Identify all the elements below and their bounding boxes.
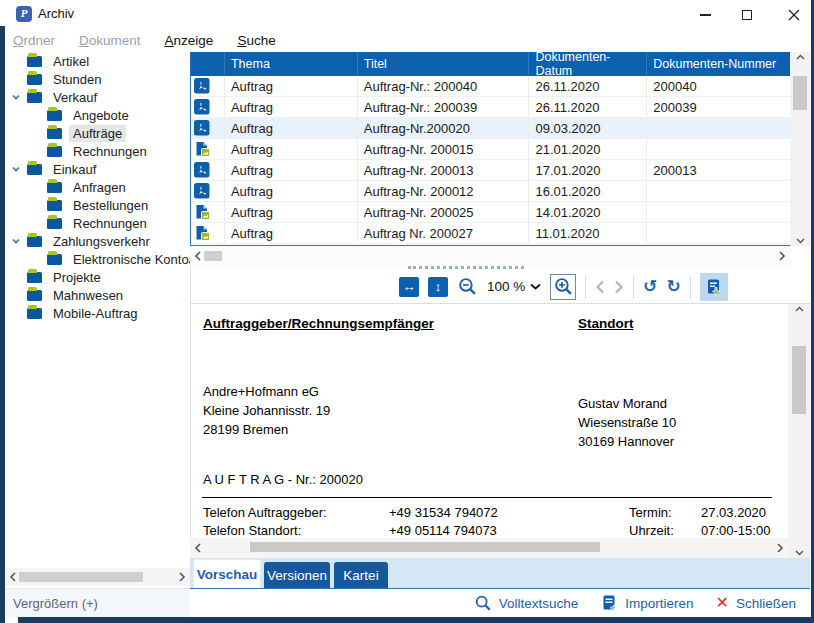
scroll-up-icon[interactable] <box>796 54 805 60</box>
scroll-right-icon[interactable] <box>774 248 790 264</box>
table-row[interactable]: Auftrag Auftrag-Nr. 200025 14.01.2020 <box>191 202 790 223</box>
chevron-down-icon[interactable] <box>5 92 27 102</box>
preview-vertical-scrollbar[interactable] <box>788 304 810 558</box>
table-header: Thema Titel Dokumenten-Datum Dokumenten-… <box>191 52 790 76</box>
folder-icon <box>27 308 42 319</box>
folder-icon <box>27 290 42 301</box>
minimize-button[interactable] <box>690 6 720 24</box>
search-icon <box>474 594 492 612</box>
title-bar: P Archiv <box>5 0 811 28</box>
fit-height-icon: ↕ <box>435 279 442 294</box>
close-window-button[interactable] <box>779 6 809 24</box>
sidebar-item-zahlungsverkehr[interactable]: Zahlungsverkehr <box>5 232 190 250</box>
fulltext-search-button[interactable]: Volltextsuche <box>474 594 579 612</box>
export-document-button[interactable] <box>700 273 728 301</box>
menu-suche[interactable]: Suche <box>237 33 275 48</box>
sidebar-item-projekte[interactable]: Projekte <box>5 268 190 286</box>
document-table: Thema Titel Dokumenten-Datum Dokumenten-… <box>190 52 790 246</box>
maximize-button[interactable] <box>732 6 762 24</box>
sidebar-item-bestellungen[interactable]: Bestellungen <box>5 196 190 214</box>
rotate-right-icon[interactable]: ↻ <box>667 278 681 295</box>
sidebar-item-rechnungen-einkauf[interactable]: Rechnungen <box>5 214 190 232</box>
folder-icon <box>47 254 62 265</box>
sidebar-item-einkauf[interactable]: Einkauf <box>5 160 190 178</box>
chevron-down-icon[interactable] <box>5 236 27 246</box>
doc-field-value: 07:00-15:00 Uhr <box>701 522 786 538</box>
doc-left-heading: Auftraggeber/Rechnungsempfänger <box>203 316 434 331</box>
import-button[interactable]: Importieren <box>600 594 693 612</box>
scroll-right-icon[interactable] <box>772 540 788 556</box>
doc-field-label: Telefon Auftraggeber: <box>203 504 327 522</box>
sidebar-item-verkauf[interactable]: Verkauf <box>5 88 190 106</box>
scrollbar-thumb[interactable] <box>793 76 807 110</box>
folder-open-icon <box>27 164 42 175</box>
menu-anzeige[interactable]: Anzeige <box>165 33 214 48</box>
status-bar: Vergrößern (+) <box>5 588 190 617</box>
table-row[interactable]: Auftrag Auftrag Nr. 200027 11.01.2020 <box>191 223 790 244</box>
folder-icon <box>47 182 62 193</box>
menu-ordner: Ordner <box>13 33 55 48</box>
sidebar-item-auftraege[interactable]: Aufträge <box>5 124 190 142</box>
desktop-peek <box>18 617 814 623</box>
scroll-down-icon[interactable] <box>795 550 804 556</box>
document-preview[interactable]: Auftraggeber/Rechnungsempfänger Standort… <box>191 304 786 538</box>
app-logo-icon: P <box>16 6 32 22</box>
column-header-datum[interactable]: Dokumenten-Datum <box>529 52 647 76</box>
fulltext-search-label: Volltextsuche <box>499 596 579 611</box>
import-icon <box>600 594 618 612</box>
doc-order-number: A U F T R A G - Nr.: 200020 <box>203 472 363 487</box>
zoom-level-dropdown[interactable]: 100 % <box>487 279 541 294</box>
folder-icon <box>47 128 62 139</box>
rotate-left-icon[interactable]: ↺ <box>643 278 657 295</box>
table-vertical-scrollbar[interactable] <box>790 52 810 246</box>
tab-strip: Vorschau Versionen Kartei <box>190 558 810 588</box>
previous-page-icon[interactable] <box>595 280 605 294</box>
pdf-icon <box>194 78 210 94</box>
scroll-left-icon[interactable] <box>190 540 206 556</box>
preview-horizontal-scrollbar[interactable] <box>190 538 788 558</box>
fit-height-button[interactable]: ↕ <box>428 277 448 297</box>
sidebar-item-angebote[interactable]: Angebote <box>5 106 190 124</box>
scroll-up-icon[interactable] <box>795 306 804 312</box>
folder-open-icon <box>27 92 42 103</box>
tab-versionen[interactable]: Versionen <box>264 562 330 588</box>
scroll-right-icon[interactable] <box>174 569 190 585</box>
column-header-titel[interactable]: Titel <box>358 52 530 76</box>
sidebar-item-mobile-auftrag[interactable]: Mobile-Auftrag <box>5 304 190 322</box>
scroll-down-icon[interactable] <box>796 238 805 244</box>
tab-vorschau[interactable]: Vorschau <box>194 560 260 588</box>
sidebar-item-mahnwesen[interactable]: Mahnwesen <box>5 286 190 304</box>
chevron-down-icon[interactable] <box>5 164 27 174</box>
sidebar-item-rechnungen-verkauf[interactable]: Rechnungen <box>5 142 190 160</box>
table-row[interactable]: Auftrag Auftrag-Nr. 200012 16.01.2020 <box>191 181 790 202</box>
sidebar-item-elektronische-konto[interactable]: Elektronische Kontoau <box>5 250 190 268</box>
scrollbar-thumb[interactable] <box>204 251 222 261</box>
zoom-in-button[interactable] <box>550 274 576 300</box>
sidebar-item-anfragen[interactable]: Anfragen <box>5 178 190 196</box>
image-document-icon <box>194 225 210 241</box>
sidebar-item-stunden[interactable]: Stunden <box>5 70 190 88</box>
table-row-selected[interactable]: Auftrag Auftrag-Nr.200020 09.03.2020 <box>191 118 790 139</box>
scrollbar-thumb[interactable] <box>792 346 806 414</box>
menu-bar: Ordner Dokument Anzeige Suche <box>5 28 811 52</box>
fit-width-button[interactable]: ↔ <box>399 277 419 297</box>
column-header-nummer[interactable]: Dokumenten-Nummer <box>647 52 790 76</box>
table-row[interactable]: Auftrag Auftrag-Nr. 200013 17.01.2020 20… <box>191 160 790 181</box>
table-row[interactable]: Auftrag Auftrag-Nr.: 200040 26.11.2020 2… <box>191 76 790 97</box>
scrollbar-thumb[interactable] <box>250 542 600 552</box>
table-row[interactable]: Auftrag Auftrag-Nr. 200015 21.01.2020 <box>191 139 790 160</box>
sidebar-item-artikel[interactable]: Artikel <box>5 52 190 70</box>
table-row[interactable]: Auftrag Auftrag-Nr.: 200039 26.11.2020 2… <box>191 97 790 118</box>
zoom-out-icon[interactable] <box>457 276 478 297</box>
folder-open-icon <box>27 236 42 247</box>
tab-kartei[interactable]: Kartei <box>334 562 388 588</box>
scrollbar-thumb[interactable] <box>19 572 143 582</box>
folder-icon <box>27 56 42 67</box>
next-page-icon[interactable] <box>614 280 624 294</box>
doc-field-label: Termin: <box>629 504 672 522</box>
zoom-in-icon <box>553 276 574 297</box>
tree-horizontal-scrollbar[interactable] <box>5 568 190 586</box>
table-horizontal-scrollbar[interactable] <box>190 246 790 266</box>
close-button[interactable]: ✕ Schließen <box>716 595 796 611</box>
column-header-thema[interactable]: Thema <box>225 52 358 76</box>
